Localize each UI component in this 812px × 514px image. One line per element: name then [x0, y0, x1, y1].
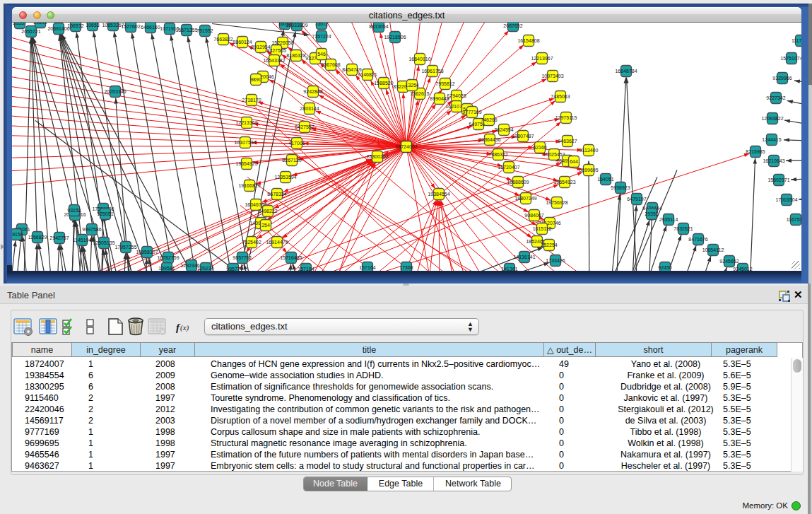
- svg-text:8813054: 8813054: [369, 23, 388, 28]
- svg-text:12093822: 12093822: [761, 115, 783, 120]
- svg-text:1167533: 1167533: [787, 216, 801, 221]
- svg-text:9113400: 9113400: [579, 147, 599, 152]
- svg-text:2087652: 2087652: [503, 23, 522, 28]
- svg-text:10107534: 10107534: [234, 139, 256, 144]
- svg-text:7386322: 7386322: [488, 151, 507, 156]
- svg-text:9245652: 9245652: [719, 258, 739, 263]
- svg-text:19654923: 19654923: [553, 179, 575, 184]
- svg-text:7625402: 7625402: [242, 239, 261, 244]
- svg-text:17016504: 17016504: [775, 197, 797, 201]
- svg-text:16671355: 16671355: [175, 27, 197, 32]
- svg-text:15716485: 15716485: [280, 255, 302, 259]
- svg-text:10973493: 10973493: [541, 73, 563, 78]
- svg-text:1156829: 1156829: [28, 234, 47, 239]
- svg-text:29351: 29351: [645, 211, 659, 216]
- svg-text:141361: 141361: [501, 266, 517, 270]
- svg-text:7663822: 7663822: [213, 36, 233, 41]
- svg-text:129234: 129234: [197, 265, 213, 270]
- svg-text:16640910: 16640910: [408, 56, 430, 61]
- svg-text:8454749: 8454749: [342, 66, 361, 71]
- svg-text:39154: 39154: [12, 231, 23, 236]
- svg-text:9227342: 9227342: [766, 95, 785, 100]
- svg-text:14136141: 14136141: [513, 254, 535, 259]
- svg-text:9146821: 9146821: [358, 71, 377, 76]
- svg-text:3624554: 3624554: [494, 127, 513, 132]
- svg-text:9777169: 9777169: [462, 109, 481, 114]
- svg-text:9327505: 9327505: [266, 47, 286, 52]
- svg-text:7632621: 7632621: [673, 226, 693, 230]
- svg-text:19756928: 19756928: [546, 199, 567, 204]
- svg-text:16961758: 16961758: [421, 68, 443, 73]
- svg-text:93152: 93152: [67, 207, 81, 212]
- svg-text:751552: 751552: [196, 28, 213, 33]
- svg-text:8678334: 8678334: [267, 191, 286, 196]
- svg-text:15692971: 15692971: [767, 177, 789, 182]
- svg-text:10653: 10653: [86, 23, 100, 28]
- svg-text:19384554: 19384554: [428, 191, 449, 196]
- svg-text:9084067: 9084067: [524, 212, 543, 217]
- svg-text:164051: 164051: [597, 176, 613, 181]
- svg-text:8186328: 8186328: [286, 52, 305, 57]
- svg-text:19218506: 19218506: [384, 34, 406, 39]
- svg-text:16914479: 16914479: [266, 239, 288, 244]
- svg-text:1615112: 1615112: [533, 226, 552, 230]
- svg-text:8215985: 8215985: [746, 148, 765, 153]
- svg-text:8427552: 8427552: [295, 124, 314, 129]
- svg-text:15226058: 15226058: [271, 40, 293, 45]
- svg-text:12213369: 12213369: [235, 119, 257, 124]
- svg-text:1244415: 1244415: [762, 136, 781, 141]
- svg-text:17368: 17368: [399, 264, 413, 269]
- svg-text:13254: 13254: [405, 82, 419, 87]
- svg-text:109581: 109581: [158, 265, 175, 270]
- svg-text:7485063: 7485063: [551, 93, 570, 98]
- svg-text:546: 546: [317, 51, 326, 56]
- svg-text:12505135: 12505135: [93, 240, 114, 245]
- svg-text:9242848: 9242848: [303, 88, 322, 93]
- svg-text:19166829: 19166829: [238, 182, 260, 187]
- svg-text:92450: 92450: [658, 264, 672, 269]
- svg-text:2055721: 2055721: [21, 28, 40, 33]
- svg-text:3498222: 3498222: [258, 208, 277, 213]
- svg-text:20557: 20557: [13, 23, 27, 25]
- svg-text:6699695: 6699695: [579, 167, 598, 172]
- svg-text:18807249: 18807249: [514, 195, 536, 200]
- svg-text:19654925: 19654925: [235, 160, 257, 165]
- svg-text:12213967: 12213967: [531, 55, 553, 60]
- svg-text:16782759: 16782759: [157, 255, 179, 259]
- svg-text:62160: 62160: [533, 144, 547, 149]
- svg-text:98577: 98577: [226, 266, 240, 270]
- svg-text:10654112: 10654112: [702, 247, 724, 252]
- svg-text:9245012: 9245012: [733, 266, 752, 270]
- svg-text:9997586: 9997586: [82, 226, 101, 231]
- svg-text:746266: 746266: [481, 117, 497, 122]
- svg-text:20053346: 20053346: [104, 88, 126, 93]
- svg-text:10688609: 10688609: [507, 179, 529, 184]
- svg-text:9463627: 9463627: [558, 138, 577, 143]
- svg-text:2367608: 2367608: [321, 62, 340, 66]
- svg-text:17957255: 17957255: [114, 244, 136, 249]
- svg-text:2942757: 2942757: [49, 235, 69, 240]
- svg-text:20691: 20691: [33, 23, 47, 25]
- svg-text:10958107: 10958107: [136, 249, 158, 254]
- svg-text:73572: 73572: [314, 23, 329, 26]
- svg-text:10807487: 10807487: [512, 133, 534, 138]
- svg-text:157164: 157164: [298, 266, 314, 270]
- svg-text:10025453: 10025453: [543, 151, 565, 156]
- svg-text:18724007: 18724007: [395, 144, 417, 148]
- svg-text:1733426: 1733426: [546, 257, 565, 262]
- svg-text:12353594: 12353594: [274, 174, 296, 179]
- svg-text:8267130: 8267130: [282, 157, 301, 162]
- svg-text:9890: 9890: [250, 76, 261, 81]
- svg-text:15751074: 15751074: [780, 55, 801, 60]
- svg-text:1562615: 1562615: [410, 90, 429, 95]
- svg-text:1588520: 1588520: [374, 80, 393, 85]
- svg-text:254: 254: [261, 222, 270, 227]
- svg-text:1117364: 1117364: [792, 37, 801, 42]
- svg-text:2935114: 2935114: [659, 216, 678, 221]
- svg-text:16543382: 16543382: [263, 57, 285, 62]
- svg-text:2718170: 2718170: [242, 97, 261, 102]
- svg-text:9329966: 9329966: [772, 75, 792, 80]
- svg-text:106532: 106532: [67, 23, 83, 28]
- svg-text:20691406: 20691406: [47, 25, 69, 30]
- svg-text:8860124: 8860124: [233, 39, 252, 44]
